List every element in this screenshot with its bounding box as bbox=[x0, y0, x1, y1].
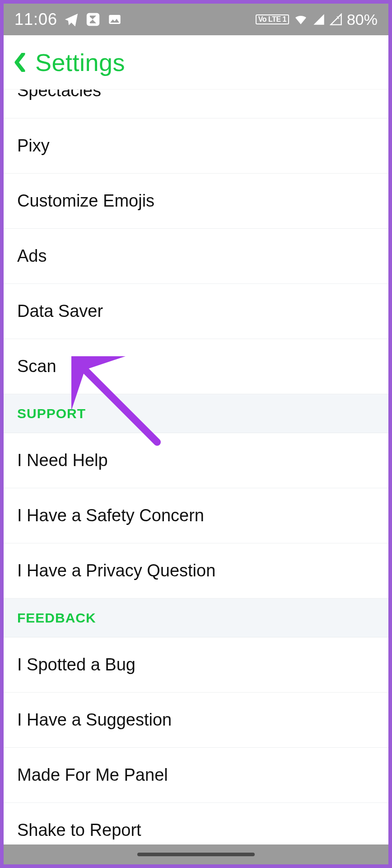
device-frame: 11:06 Vo LTE 1 bbox=[0, 0, 392, 868]
signal-icon-1 bbox=[313, 13, 325, 26]
volte-icon: Vo LTE 1 bbox=[256, 14, 289, 24]
settings-row-shake-report[interactable]: Shake to Report bbox=[4, 803, 388, 844]
battery-percent: 80% bbox=[347, 11, 378, 28]
settings-row-data-saver[interactable]: Data Saver bbox=[4, 284, 388, 339]
settings-row-suggestion[interactable]: I Have a Suggestion bbox=[4, 693, 388, 748]
scroll-inner: Spectacles Pixy Customize Emojis Ads Dat… bbox=[4, 90, 388, 844]
status-right: Vo LTE 1 x 80% bbox=[256, 11, 378, 28]
row-label: I Spotted a Bug bbox=[17, 655, 135, 675]
row-label: Made For Me Panel bbox=[17, 765, 168, 785]
nav-pill[interactable] bbox=[137, 853, 255, 856]
section-header-label: FEEDBACK bbox=[17, 610, 96, 626]
sigma-app-icon bbox=[85, 12, 101, 27]
settings-row-scan[interactable]: Scan bbox=[4, 339, 388, 394]
row-label: Pixy bbox=[17, 136, 50, 156]
settings-content[interactable]: Spectacles Pixy Customize Emojis Ads Dat… bbox=[4, 90, 388, 844]
section-header-support: SUPPORT bbox=[4, 394, 388, 433]
settings-row-pixy[interactable]: Pixy bbox=[4, 118, 388, 174]
app-header: Settings bbox=[4, 35, 388, 90]
back-button[interactable] bbox=[14, 53, 25, 72]
settings-row-safety-concern[interactable]: I Have a Safety Concern bbox=[4, 488, 388, 543]
status-left: 11:06 bbox=[14, 10, 122, 29]
status-time: 11:06 bbox=[14, 10, 57, 29]
row-label: Spectacles bbox=[17, 90, 101, 100]
row-label: Shake to Report bbox=[17, 821, 141, 840]
signal-icon-2: x bbox=[330, 13, 342, 26]
wifi-icon bbox=[294, 12, 308, 27]
telegram-icon bbox=[64, 12, 79, 27]
row-label: Ads bbox=[17, 246, 47, 266]
device-screen: 11:06 Vo LTE 1 bbox=[4, 4, 388, 864]
settings-row-ads[interactable]: Ads bbox=[4, 229, 388, 284]
settings-row-customize-emojis[interactable]: Customize Emojis bbox=[4, 174, 388, 229]
row-label: I Have a Suggestion bbox=[17, 710, 172, 730]
row-label: I Have a Privacy Question bbox=[17, 561, 215, 580]
svg-text:x: x bbox=[336, 14, 340, 20]
gallery-icon bbox=[107, 12, 122, 27]
section-header-feedback: FEEDBACK bbox=[4, 599, 388, 637]
row-label: I Need Help bbox=[17, 451, 108, 470]
row-label: Customize Emojis bbox=[17, 191, 154, 211]
settings-row-spotted-bug[interactable]: I Spotted a Bug bbox=[4, 637, 388, 693]
section-header-label: SUPPORT bbox=[17, 406, 86, 421]
page-title: Settings bbox=[35, 48, 125, 76]
settings-row-spectacles[interactable]: Spectacles bbox=[4, 90, 388, 118]
settings-row-i-need-help[interactable]: I Need Help bbox=[4, 433, 388, 488]
row-label: I Have a Safety Concern bbox=[17, 506, 204, 525]
row-label: Data Saver bbox=[17, 302, 103, 321]
android-nav-bar bbox=[4, 844, 388, 864]
status-bar: 11:06 Vo LTE 1 bbox=[4, 4, 388, 35]
settings-row-privacy-question[interactable]: I Have a Privacy Question bbox=[4, 543, 388, 599]
row-label: Scan bbox=[17, 357, 56, 376]
settings-row-made-for-me[interactable]: Made For Me Panel bbox=[4, 748, 388, 803]
